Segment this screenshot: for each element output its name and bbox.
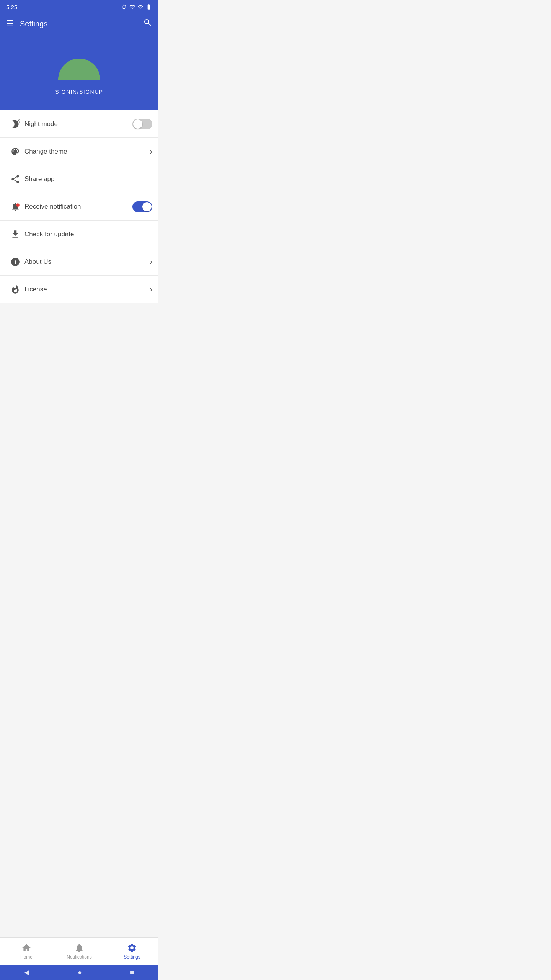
download-icon: [6, 229, 24, 239]
page-title: Settings: [20, 20, 47, 28]
receive-notification-switch[interactable]: [132, 201, 152, 212]
change-theme-chevron: ›: [150, 147, 152, 156]
night-mode-knob: [133, 119, 142, 129]
receive-notification-knob: [142, 202, 152, 211]
svg-point-1: [19, 121, 20, 122]
info-icon: [6, 257, 24, 267]
avatar-shape: [58, 59, 100, 80]
receive-notification-label: Receive notification: [24, 203, 132, 211]
license-chevron: ›: [150, 285, 152, 294]
svg-point-0: [18, 120, 19, 121]
search-button[interactable]: [143, 18, 152, 29]
chevron-right-icon: ›: [150, 285, 152, 294]
battery-icon: [145, 4, 152, 10]
share-icon: [6, 174, 24, 184]
top-bar-left: ☰ Settings: [6, 19, 47, 29]
about-us-label: About Us: [24, 258, 150, 266]
receive-notification-toggle[interactable]: [132, 201, 152, 212]
notification-icon: !: [6, 202, 24, 212]
bottom-spacer: [0, 303, 158, 349]
night-mode-switch[interactable]: [132, 119, 152, 129]
night-mode-item[interactable]: Night mode: [0, 110, 158, 138]
svg-text:!: !: [17, 204, 18, 206]
chevron-right-icon: ›: [150, 257, 152, 266]
about-us-item[interactable]: About Us ›: [0, 248, 158, 276]
status-time: 5:25: [6, 4, 17, 10]
chevron-right-icon: ›: [150, 147, 152, 156]
settings-list: Night mode Change theme › Share app: [0, 110, 158, 303]
signal-icon: [138, 4, 143, 10]
svg-point-2: [19, 119, 20, 120]
check-update-label: Check for update: [24, 230, 152, 238]
share-app-item[interactable]: Share app: [0, 165, 158, 193]
change-theme-label: Change theme: [24, 148, 150, 155]
share-app-label: Share app: [24, 175, 152, 183]
check-update-item[interactable]: Check for update: [0, 220, 158, 248]
avatar: [58, 45, 100, 80]
flame-icon: [6, 284, 24, 294]
change-theme-item[interactable]: Change theme ›: [0, 138, 158, 165]
night-mode-label: Night mode: [24, 120, 132, 128]
wifi-icon: [129, 4, 135, 10]
profile-area: SIGNIN/SIGNUP: [0, 38, 158, 110]
license-label: License: [24, 286, 150, 293]
about-us-chevron: ›: [150, 257, 152, 266]
signin-button[interactable]: SIGNIN/SIGNUP: [55, 89, 103, 95]
night-mode-toggle[interactable]: [132, 119, 152, 129]
sync-icon: [121, 4, 127, 10]
license-item[interactable]: License ›: [0, 276, 158, 303]
top-app-bar: ☰ Settings: [0, 14, 158, 38]
receive-notification-item[interactable]: ! Receive notification: [0, 193, 158, 220]
status-bar: 5:25: [0, 0, 158, 14]
menu-button[interactable]: ☰: [6, 19, 14, 29]
palette-icon: [6, 147, 24, 157]
status-icons: [121, 4, 152, 10]
night-mode-icon: [6, 119, 24, 129]
